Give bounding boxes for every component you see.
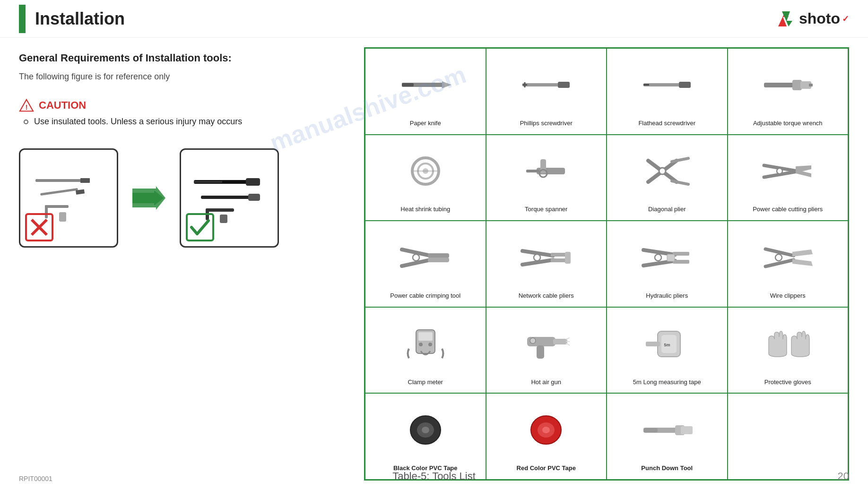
svg-rect-80 <box>418 332 433 341</box>
tool-name-clamp-meter: Clamp meter <box>408 378 443 387</box>
clamp-meter-svg <box>404 327 447 361</box>
svg-rect-44 <box>540 159 546 173</box>
tool-cell-measuring-tape: 5m 5m Long measuring tape <box>607 307 728 394</box>
tool-cell-hot-air-gun: Hot air gun <box>486 307 607 394</box>
caution-label: CAUTION <box>39 99 86 112</box>
measuring-tape-svg: 5m <box>643 327 691 361</box>
cutting-pliers-svg <box>762 156 814 187</box>
page-header: Installation shoto ✓ <box>0 0 868 38</box>
svg-line-51 <box>672 181 688 184</box>
svg-rect-73 <box>667 254 675 261</box>
tool-cell-wire-clippers: Wire clippers <box>728 221 849 307</box>
svg-point-99 <box>542 427 550 433</box>
tool-name-torque-wrench: Adjustable torque wrench <box>753 120 823 128</box>
caution-block: ! CAUTION Use insulated tools. Unless a … <box>19 99 350 127</box>
svg-rect-8 <box>45 205 69 208</box>
tool-cell-hydraulic: Hydraulic pliers <box>607 221 728 307</box>
svg-line-87 <box>566 338 570 339</box>
tool-img-punch-down <box>611 398 723 462</box>
tool-name-diagonal-plier: Diagonal plier <box>648 206 686 214</box>
tool-cell-black-tape: Black Color PVC Tape <box>365 393 486 480</box>
tool-cell-clamp-meter: Clamp meter <box>365 307 486 394</box>
svg-rect-19 <box>201 196 253 199</box>
svg-rect-60 <box>428 258 449 262</box>
svg-rect-28 <box>522 83 563 86</box>
caution-bullet <box>24 120 28 124</box>
svg-rect-46 <box>526 170 539 172</box>
svg-rect-23 <box>220 215 227 223</box>
svg-rect-33 <box>679 82 691 88</box>
svg-text:5m: 5m <box>664 343 670 347</box>
svg-rect-38 <box>809 84 813 86</box>
svg-text:!: ! <box>26 103 28 111</box>
red-x-icon <box>25 213 53 241</box>
svg-rect-4 <box>35 179 83 182</box>
svg-rect-5 <box>80 178 90 183</box>
tool-name-hot-air-gun: Hot air gun <box>531 378 561 387</box>
tool-img-network-pliers <box>490 226 603 289</box>
torque-wrench-svg <box>762 69 814 102</box>
tool-cell-flathead: Flathead screwdriver <box>607 48 728 135</box>
svg-rect-59 <box>428 253 449 258</box>
right-tools-box <box>180 148 279 248</box>
caution-text: Use insulated tools. Unless a serious in… <box>34 117 242 127</box>
tool-name-flathead: Flathead screwdriver <box>638 120 695 128</box>
svg-rect-67 <box>565 252 571 264</box>
tool-img-hydraulic <box>611 226 723 289</box>
svg-point-81 <box>419 343 423 346</box>
svg-line-50 <box>672 158 688 162</box>
tool-name-measuring-tape: 5m Long measuring tape <box>633 378 701 387</box>
svg-rect-42 <box>414 170 437 172</box>
tool-name-hydraulic: Hydraulic pliers <box>646 292 688 300</box>
tool-name-cutting-pliers: Power cable cutting pliers <box>753 206 823 214</box>
svg-rect-34 <box>643 84 649 86</box>
svg-point-72 <box>655 254 661 261</box>
svg-rect-18 <box>194 181 222 183</box>
tool-img-heat-shrink <box>369 140 482 203</box>
tool-name-heat-shrink: Heat shrink tubing <box>400 206 450 214</box>
footer-page-number: 20 <box>838 470 849 482</box>
page-title: Installation <box>35 9 773 29</box>
tool-cell-phillips: Phillips screwdriver <box>486 48 607 135</box>
logo-text: shoto <box>799 10 840 27</box>
tool-cell-empty <box>728 393 849 480</box>
crimping-svg <box>399 242 451 273</box>
svg-marker-76 <box>792 249 813 257</box>
tool-name-phillips: Phillips screwdriver <box>520 120 573 128</box>
direction-arrow <box>132 186 165 210</box>
tools-table: Paper knife Phillips screwdriver <box>364 47 849 481</box>
illustration-row <box>19 148 350 248</box>
svg-rect-71 <box>673 260 689 264</box>
tool-cell-red-tape: Red Color PVC Tape <box>486 393 607 480</box>
tool-cell-cutting-pliers: Power cable cutting pliers <box>728 135 849 221</box>
logo-tick: ✓ <box>842 14 849 24</box>
footer-table-label: Table-5: Tools List <box>392 470 476 482</box>
tool-name-torque-spanner: Torque spanner <box>525 206 567 214</box>
hot-air-gun-svg <box>522 327 570 361</box>
svg-rect-102 <box>681 426 693 434</box>
tool-name-punch-down: Punch Down Tool <box>641 464 693 473</box>
svg-line-88 <box>566 341 570 342</box>
tool-cell-torque-wrench: Adjustable torque wrench <box>728 48 849 135</box>
tool-img-gloves <box>732 312 844 376</box>
reference-note: The following figure is for reference on… <box>19 72 350 82</box>
svg-marker-77 <box>792 259 813 266</box>
header-green-bar <box>19 5 26 33</box>
tool-img-clamp-meter <box>369 312 482 376</box>
gloves-svg <box>764 327 811 361</box>
logo: shoto ✓ <box>773 9 849 29</box>
paper-knife-svg <box>399 72 451 98</box>
svg-rect-32 <box>643 83 684 86</box>
left-panel: General Requirements of Installation too… <box>19 47 350 481</box>
svg-rect-17 <box>246 178 260 186</box>
footer-doc-id: RPIT00001 <box>19 475 52 482</box>
tool-cell-network-pliers: Network cable pliers <box>486 221 607 307</box>
wire-clippers-svg <box>762 242 814 273</box>
tool-name-crimping: Power cable crimping tool <box>390 292 460 300</box>
tool-img-torque-wrench <box>732 53 844 117</box>
svg-point-78 <box>775 254 782 261</box>
caution-icon: ! <box>19 99 34 112</box>
svg-rect-27 <box>402 83 414 86</box>
punch-down-svg <box>641 415 693 446</box>
torque-spanner-svg <box>522 155 570 188</box>
